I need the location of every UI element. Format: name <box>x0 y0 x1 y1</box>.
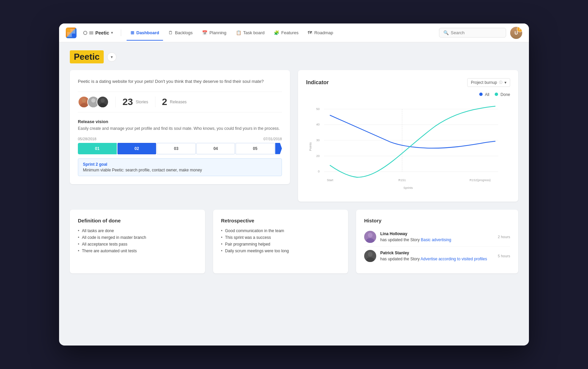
history-name-2: Patrick Stanley <box>380 251 409 255</box>
nav-roadmap[interactable]: 🗺 Roadmap <box>304 28 337 37</box>
sprint-date-start: 05/28/2018 <box>78 137 96 141</box>
done-list: All tasks are done All code is merged in… <box>78 227 197 254</box>
retro-item-2: This sprint was a success <box>221 234 340 241</box>
search-input[interactable] <box>451 30 502 35</box>
navbar: Peetic ▾ ⊞ Dashboard 🗒 Backlogs 📅 Planni… <box>59 23 529 42</box>
sprint-timeline: 01 02 03 04 05 <box>78 143 282 154</box>
sprint-03[interactable]: 03 <box>157 143 196 154</box>
stories-stat: 23 Stories <box>115 97 155 107</box>
history-action-1: has updated the Story <box>380 238 420 242</box>
svg-point-1 <box>80 103 87 108</box>
sprint-arrow <box>275 143 282 154</box>
chevron-down-icon: ▾ <box>111 31 113 35</box>
history-title: History <box>364 218 510 223</box>
project-description: Peetic is a dating website for your pets… <box>78 78 282 85</box>
sprint-dates: 05/28/2018 07/31/2018 <box>78 137 282 141</box>
svg-point-5 <box>99 103 106 108</box>
sprint-04[interactable]: 04 <box>196 143 235 154</box>
history-story-link-1[interactable]: Basic advertising <box>421 238 451 242</box>
stories-label: Stories <box>136 100 148 104</box>
svg-point-2 <box>91 98 95 102</box>
history-item-1: Lina Holloway has updated the Story Basi… <box>364 227 510 247</box>
info-icon: ⓘ <box>499 80 502 85</box>
dashboard-left: Peetic is a dating website for your pets… <box>70 70 290 202</box>
history-story-link-2[interactable]: Advertise according to visited profiles <box>421 257 487 261</box>
burnup-chart: 50 40 30 20 0 Points Start R1S1 R1S2(pro… <box>306 100 510 194</box>
history-text-2: Patrick Stanley has updated the Story Ad… <box>380 250 494 262</box>
done-item-1: All tasks are done <box>78 227 197 234</box>
backlogs-icon: 🗒 <box>168 30 173 35</box>
history-avatar-1 <box>364 231 376 243</box>
project-selector[interactable]: Peetic ▾ <box>81 29 115 37</box>
doc-icon <box>89 31 93 35</box>
nav-dashboard[interactable]: ⊞ Dashboard <box>127 28 163 37</box>
history-name-1: Lina Holloway <box>380 231 407 236</box>
bottom-grid: Definition of done All tasks are done Al… <box>70 210 518 273</box>
sprint-02[interactable]: 02 <box>117 143 156 154</box>
main-content: Peetic ▾ Peetic is a dating website for … <box>59 42 529 346</box>
legend-done: Done <box>495 92 510 97</box>
releases-count: 2 <box>162 97 167 107</box>
retro-list: Good communication in the team This spri… <box>221 227 340 254</box>
history-time-2: 5 hours <box>498 254 510 258</box>
done-item-4: There are automated unit tests <box>78 248 197 254</box>
dropdown-label: Project burnup <box>471 80 497 85</box>
svg-text:R1S2(progress): R1S2(progress) <box>470 178 491 181</box>
sprint-date-end: 07/31/2018 <box>263 137 282 141</box>
eye-icon <box>83 31 87 35</box>
done-item-3: All acceptance tests pass <box>78 241 197 248</box>
svg-text:50: 50 <box>316 107 320 111</box>
svg-point-4 <box>101 98 105 102</box>
svg-point-25 <box>366 257 374 262</box>
search-box[interactable]: 🔍 <box>439 28 506 38</box>
project-stats-row: 23 Stories 2 Releases <box>78 92 282 112</box>
definition-of-done-card: Definition of done All tasks are done Al… <box>70 210 205 273</box>
user-avatar[interactable]: U <box>510 27 522 39</box>
chart-area: 50 40 30 20 0 Points Start R1S1 R1S2(pro… <box>306 100 510 194</box>
taskboard-icon: 📋 <box>236 30 241 35</box>
project-card: Peetic is a dating website for your pets… <box>70 70 290 184</box>
dashboard-right: Indicator Project burnup ⓘ ▾ All <box>298 70 518 202</box>
legend-all-dot <box>479 93 483 96</box>
svg-text:Start: Start <box>327 178 333 181</box>
sprint-01[interactable]: 01 <box>78 143 117 154</box>
history-avatar-2 <box>364 250 376 262</box>
svg-text:20: 20 <box>316 154 320 158</box>
releases-stat: 2 Releases <box>155 97 194 107</box>
indicator-header: Indicator Project burnup ⓘ ▾ <box>306 78 510 87</box>
svg-text:40: 40 <box>316 123 320 126</box>
nav-right: 🔍 U <box>439 27 522 39</box>
svg-point-0 <box>82 98 86 102</box>
svg-text:0: 0 <box>318 170 320 173</box>
retro-item-4: Daily scrum meetings were too long <box>221 248 340 254</box>
retro-item-1: Good communication in the team <box>221 227 340 234</box>
nav-planning[interactable]: 📅 Planning <box>198 28 231 37</box>
releases-label: Releases <box>170 100 187 104</box>
nav-taskboard[interactable]: 📋 Task board <box>232 28 269 37</box>
history-time-1: 2 hours <box>498 235 510 239</box>
features-icon: 🧩 <box>274 30 279 35</box>
definition-of-done-title: Definition of done <box>78 218 197 223</box>
svg-text:30: 30 <box>316 139 320 142</box>
project-avatars <box>78 96 109 108</box>
history-text-1: Lina Holloway has updated the Story Basi… <box>380 231 494 243</box>
sprint-05[interactable]: 05 <box>236 143 275 154</box>
legend-all: All <box>479 92 489 97</box>
project-name: Peetic <box>95 30 109 36</box>
chart-legend: All Done <box>306 92 510 97</box>
release-vision-section: Release vision Easily create and manage … <box>78 119 282 176</box>
svg-point-22 <box>368 233 373 238</box>
history-item-2: Patrick Stanley has updated the Story Ad… <box>364 247 510 265</box>
retrospective-card: Retrospective Good communication in the … <box>213 210 348 273</box>
nav-backlogs[interactable]: 🗒 Backlogs <box>164 28 197 37</box>
dashboard-icon: ⊞ <box>131 30 134 35</box>
svg-point-3 <box>90 103 97 108</box>
svg-point-23 <box>366 238 374 243</box>
svg-point-24 <box>368 252 373 257</box>
indicator-title: Indicator <box>306 80 329 86</box>
nav-features[interactable]: 🧩 Features <box>270 28 302 37</box>
page-chevron-icon[interactable]: ▾ <box>107 52 116 62</box>
sprint-goal-title: Sprint 2 goal <box>83 162 277 167</box>
indicator-dropdown[interactable]: Project burnup ⓘ ▾ <box>467 78 510 87</box>
svg-text:Points: Points <box>309 142 312 151</box>
